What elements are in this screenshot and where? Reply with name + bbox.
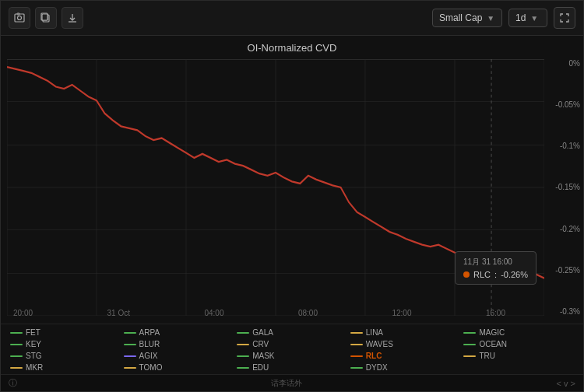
nav-arrows: < v > <box>557 379 575 388</box>
legend-line-key <box>10 344 23 345</box>
legend-line-ocean <box>463 344 476 345</box>
legend-line-edu <box>237 367 249 369</box>
toolbar: Small Cap ▼ 1d ▼ <box>1 1 583 36</box>
legend-line-lina <box>350 332 363 334</box>
legend-item-ocean: OCEAN <box>462 339 575 349</box>
main-container: Small Cap ▼ 1d ▼ OI-Normalized CVD 0% <box>0 0 584 392</box>
x-label-1: 31 Oct <box>107 309 130 317</box>
legend-line-tru <box>463 355 476 357</box>
screenshot-button[interactable] <box>9 7 30 29</box>
legend-line-mkr <box>10 367 23 369</box>
y-label-4: -0.2% <box>544 225 580 233</box>
svg-point-1 <box>18 16 22 20</box>
download-button[interactable] <box>62 7 83 29</box>
legend-line-crv <box>237 344 249 345</box>
legend-item-magic: MAGIC <box>462 327 575 338</box>
chart-svg <box>7 59 544 316</box>
svg-rect-5 <box>42 14 47 20</box>
legend-item-waves: WAVES <box>349 339 463 349</box>
legend-item-rlc: RLC <box>349 351 463 361</box>
legend-line-dydx <box>350 367 363 369</box>
y-label-1: -0.05% <box>544 100 580 109</box>
legend-item-tomo: TOMO <box>122 362 236 373</box>
legend-line-stg <box>10 355 23 357</box>
toolbar-right: Small Cap ▼ 1d ▼ <box>432 7 575 29</box>
legend-item-tru: TRU <box>462 351 575 361</box>
y-label-0: 0% <box>544 59 580 68</box>
svg-rect-0 <box>15 14 24 22</box>
period-label: 1d <box>515 12 526 23</box>
period-dropdown-arrow: ▼ <box>530 14 538 23</box>
legend-item-dydx: DYDX <box>349 362 463 373</box>
legend-item-crv: CRV <box>235 339 349 349</box>
legend-line-magic <box>463 332 476 334</box>
legend-line-waves <box>350 344 363 345</box>
y-label-5: -0.25% <box>544 266 580 275</box>
legend-item-arpa: ARPA <box>122 327 236 338</box>
x-label-5: 16:00 <box>486 309 505 317</box>
x-label-0: 20:00 <box>13 309 33 317</box>
legend-item-lina: LINA <box>349 327 463 338</box>
legend-line-arpa <box>124 332 136 334</box>
legend-line-agix <box>124 355 136 357</box>
legend-line-tomo <box>124 367 136 369</box>
legend-item-stg: STG <box>9 351 122 361</box>
legend-item-fet: FET <box>9 327 122 338</box>
x-label-2: 04:00 <box>204 309 223 317</box>
legend-item-agix: AGIX <box>122 351 236 361</box>
market-dropdown[interactable]: Small Cap ▼ <box>432 9 502 27</box>
legend-item-mask: MASK <box>235 351 349 361</box>
legend-item-mkr: MKR <box>9 362 122 373</box>
legend-item-gala: GALA <box>235 327 349 338</box>
period-dropdown[interactable]: 1d ▼ <box>508 9 547 27</box>
legend-line-gala <box>237 332 249 334</box>
y-label-6: -0.3% <box>544 307 580 316</box>
watermark: 话李话外 <box>271 378 302 389</box>
legend-line-rlc <box>350 355 363 357</box>
expand-button[interactable] <box>554 7 575 29</box>
toolbar-icons <box>9 7 427 29</box>
chart-area: OI-Normalized CVD 0% -0.05% -0.1% -0.15%… <box>1 36 583 324</box>
copy-button[interactable] <box>35 7 57 29</box>
legend-line-fet <box>10 332 23 334</box>
info-icon: ⓘ <box>9 377 17 389</box>
x-label-3: 08:00 <box>298 309 318 317</box>
x-axis: 20:00 31 Oct 04:00 08:00 12:00 16:00 <box>13 309 505 317</box>
legend-line-mask <box>237 355 249 357</box>
bottom-bar: ⓘ 话李话外 < v > <box>1 374 583 391</box>
y-axis: 0% -0.05% -0.1% -0.15% -0.2% -0.25% -0.3… <box>544 59 580 316</box>
market-dropdown-arrow: ▼ <box>487 14 494 23</box>
chart-svg-wrapper: 11月 31 16:00 RLC: -0.26% 20:00 31 Oct 04… <box>7 59 544 316</box>
market-label: Small Cap <box>439 12 482 23</box>
chart-title: OI-Normalized CVD <box>1 42 583 54</box>
legend-item-key: KEY <box>9 339 122 349</box>
legend-item-blur: BLUR <box>122 339 236 349</box>
y-label-3: -0.15% <box>544 183 580 191</box>
y-label-2: -0.1% <box>544 142 580 150</box>
legend-item-edu: EDU <box>235 362 349 373</box>
x-label-4: 12:00 <box>392 309 411 317</box>
legend: FET ARPA GALA LINA MAGIC KEY BLUR CRV <box>1 324 583 374</box>
legend-line-blur <box>124 344 136 345</box>
